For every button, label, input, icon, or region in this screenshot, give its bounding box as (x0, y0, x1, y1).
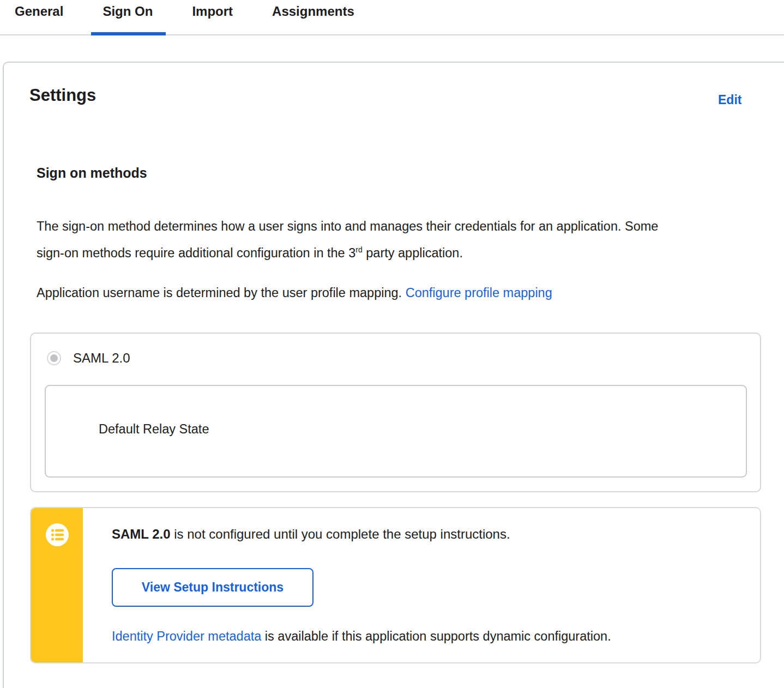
default-relay-state-label: Default Relay State (99, 422, 209, 437)
edit-link[interactable]: Edit (718, 93, 741, 107)
saml-radio-button[interactable] (47, 351, 61, 365)
username-mapping-text: Application username is determined by th… (37, 286, 406, 300)
metadata-note-rest: is available if this application support… (261, 629, 611, 643)
sign-on-method-description: The sign-on method determines how a user… (37, 213, 683, 267)
default-relay-state-box: Default Relay State (45, 385, 747, 478)
saml-radio-row: SAML 2.0 (47, 351, 130, 366)
tab-import[interactable]: Import (192, 0, 233, 34)
sign-on-methods-heading: Sign on methods (37, 165, 147, 181)
banner-message-bold: SAML 2.0 (112, 527, 171, 541)
settings-title: Settings (29, 86, 96, 105)
tab-import-label: Import (192, 4, 233, 19)
metadata-note: Identity Provider metadata is available … (112, 629, 611, 644)
tab-assignments[interactable]: Assignments (272, 0, 354, 34)
tab-sign-on-label: Sign On (102, 4, 153, 19)
banner-accent-bar (31, 508, 83, 662)
view-setup-instructions-button[interactable]: View Setup Instructions (112, 568, 313, 607)
configure-profile-mapping-link[interactable]: Configure profile mapping (406, 286, 552, 300)
tab-assignments-label: Assignments (272, 4, 354, 19)
banner-message: SAML 2.0 is not configured until you com… (112, 527, 510, 542)
description-text-1: The sign-on method determines how a user… (37, 219, 658, 260)
saml-not-configured-banner: SAML 2.0 is not configured until you com… (30, 507, 761, 663)
tab-sign-on[interactable]: Sign On (102, 0, 153, 34)
app-tab-bar: General Sign On Import Assignments (0, 0, 784, 35)
banner-message-rest: is not configured until you complete the… (171, 527, 510, 541)
list-icon (45, 523, 69, 547)
description-text-2: party application. (363, 246, 463, 260)
application-sign-on-page: General Sign On Import Assignments Setti… (0, 0, 784, 688)
tab-general[interactable]: General (15, 0, 63, 34)
saml-radio-dot (50, 354, 58, 362)
description-superscript: rd (355, 245, 362, 254)
settings-card: Settings Edit Sign on methods The sign-o… (3, 62, 784, 688)
username-mapping-note: Application username is determined by th… (37, 280, 745, 306)
saml-method-box: SAML 2.0 Default Relay State (30, 333, 761, 492)
identity-provider-metadata-link[interactable]: Identity Provider metadata (112, 629, 261, 643)
tab-general-label: General (15, 4, 63, 19)
saml-radio-label: SAML 2.0 (73, 351, 130, 366)
